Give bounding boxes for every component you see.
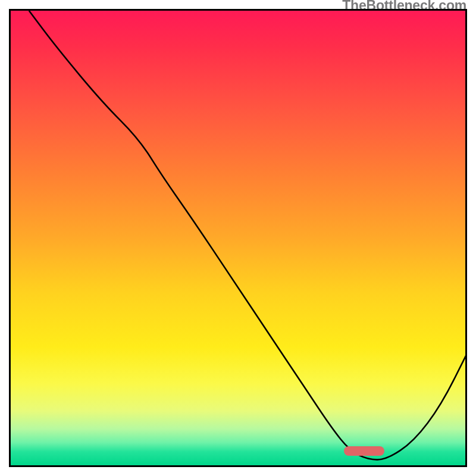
bottleneck-curve-path (29, 11, 467, 460)
bottleneck-curve (11, 11, 467, 467)
chart-frame (9, 9, 467, 467)
optimal-range-marker (344, 446, 384, 456)
